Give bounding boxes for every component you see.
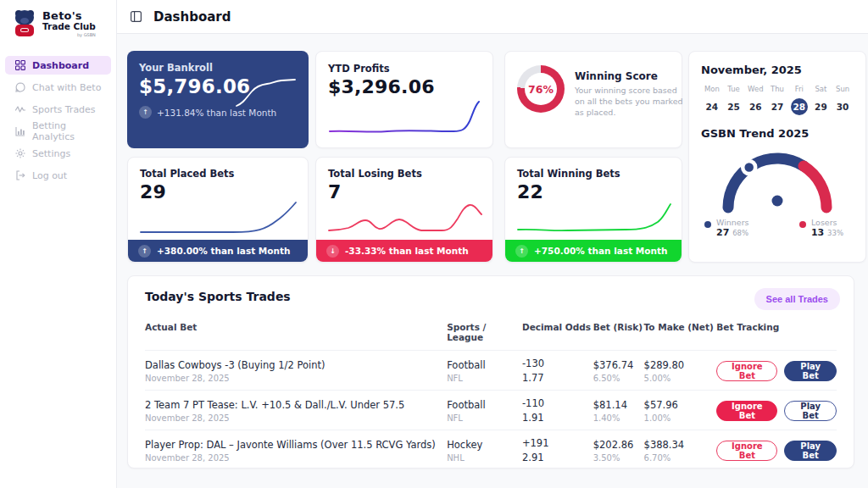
see-all-trades-button[interactable]: See all Trades [754, 288, 840, 310]
gauge-title: GSBN Trend 2025 [701, 127, 854, 140]
bet-league: NFL [447, 374, 522, 383]
winning-footer: ↑ +750.00% than last Month [505, 240, 682, 262]
losing-delta: -33.33% than last Month [345, 246, 469, 256]
bankroll-sparkline [234, 73, 298, 110]
bar-chart-icon [15, 126, 25, 136]
risk-amount: $376.74 [593, 359, 644, 371]
calendar-date[interactable]: 24 [701, 98, 723, 115]
sidebar-toggle-icon[interactable] [131, 11, 142, 22]
placed-footer: ↑ +380.00% than last Month [128, 240, 308, 262]
sidebar-item-label: Log out [32, 170, 67, 181]
risk-pct: 3.50% [593, 453, 644, 463]
losers-pct: 33% [827, 229, 843, 237]
bet-name: Dallas Cowboys -3 (Buying 1/2 Point) [145, 359, 438, 371]
calendar-date[interactable]: 30 [832, 98, 854, 115]
bet-sport: Football [447, 359, 522, 371]
losing-bets-card: Total Losing Bets 7 ↓ -33.33% than last … [315, 157, 493, 263]
calendar-dow: Mon [701, 85, 723, 93]
dashboard-icon [15, 60, 25, 70]
sidebar-item-dashboard[interactable]: Dashboard [5, 56, 111, 75]
play-bet-button[interactable]: Play Bet [784, 361, 837, 381]
bear-mascot-icon [12, 8, 37, 37]
col-bet-risk: Bet (Risk) [593, 322, 644, 342]
risk-amount: $81.14 [593, 399, 644, 411]
losing-sparkline [326, 194, 484, 236]
play-bet-button[interactable]: Play Bet [784, 401, 837, 421]
ignore-bet-button[interactable]: Ignore Bet [716, 401, 777, 421]
col-bet-tracking: Bet Tracking [716, 322, 837, 342]
winning-sparkline [515, 197, 673, 236]
bet-name: 2 Team 7 PT Tease: L.V. +10.5 & Dall./L.… [145, 399, 438, 411]
logo-subtitle: Trade Club [42, 21, 96, 31]
winning-delta: +750.00% than last Month [534, 246, 667, 256]
losing-footer: ↓ -33.33% than last Month [316, 240, 492, 262]
calendar-dow: Wed [744, 85, 766, 93]
winning-score-donut: 76% [517, 65, 565, 113]
play-bet-button[interactable]: Play Bet [784, 441, 837, 461]
winners-pct: 68% [732, 229, 748, 237]
up-arrow-icon: ↑ [138, 245, 151, 258]
top-header: Dashboard [117, 0, 868, 34]
sidebar-item-logout[interactable]: Log out [5, 166, 111, 185]
bet-date: November 28, 2025 [145, 413, 438, 423]
calendar-grid: Mon Tue Wed Thu Fri Sat Sun 24 25 26 27 … [701, 85, 854, 115]
trades-table-header: Actual Bet Sports / League Decimal Odds … [145, 322, 837, 350]
odds-american: +191 [522, 437, 593, 449]
ytd-sparkline [328, 95, 482, 139]
calendar-dow: Tue [723, 85, 745, 93]
logo-title: Beto's [42, 9, 96, 22]
net-amount: $388.34 [644, 439, 717, 451]
placed-sparkline [138, 197, 299, 236]
logo: Beto's Trade Club by GSBN [0, 0, 116, 44]
risk-pct: 6.50% [593, 374, 644, 383]
bet-sport: Hockey [447, 439, 522, 451]
gear-icon [15, 148, 25, 158]
risk-amount: $202.86 [593, 439, 644, 451]
calendar-date[interactable]: 27 [766, 98, 788, 115]
winners-label: Winners [716, 218, 749, 227]
table-row: Player Prop: DAL – Javonte Williams (Ove… [145, 430, 837, 469]
sidebar-item-chat[interactable]: Chat with Beto [5, 78, 111, 97]
bankroll-label: Your Bankroll [139, 62, 297, 74]
calendar-date[interactable]: 26 [744, 98, 766, 115]
losing-label: Total Losing Bets [328, 168, 481, 180]
winning-score-pct: 76% [528, 83, 554, 96]
odds-decimal: 2.91 [522, 452, 593, 463]
calendar-date[interactable]: 25 [723, 98, 745, 115]
sidebar-item-label: Sports Trades [32, 104, 96, 115]
winning-score-title: Winning Score [575, 70, 685, 82]
odds-decimal: 1.77 [522, 372, 593, 384]
up-arrow-icon: ↑ [139, 106, 152, 119]
net-amount: $289.80 [644, 359, 717, 371]
calendar-dow: Thu [766, 85, 788, 93]
table-row: Dallas Cowboys -3 (Buying 1/2 Point) Nov… [145, 350, 837, 390]
losers-label: Losers [811, 218, 843, 227]
bet-league: NHL [447, 453, 522, 463]
winning-bets-card: Total Winning Bets 22 ↑ +750.00% than la… [504, 157, 682, 263]
calendar-date-selected[interactable]: 28 [791, 98, 808, 115]
ignore-bet-button[interactable]: Ignore Bet [716, 441, 777, 461]
sidebar-item-label: Betting Analytics [32, 120, 111, 142]
sidebar-item-settings[interactable]: Settings [5, 144, 111, 163]
losers-dot-icon [799, 221, 806, 228]
ytd-label: YTD Profits [328, 63, 481, 75]
logo-byline: by GSBN [42, 32, 96, 37]
gauge-legend: Winners 27 68% Losers 13 33% [701, 218, 854, 238]
bet-date: November 28, 2025 [145, 374, 438, 383]
calendar-dow: Fri [788, 85, 810, 93]
legend-winners: Winners 27 68% [704, 218, 749, 238]
calendar-date[interactable]: 29 [810, 98, 832, 115]
sidebar-item-betting-analytics[interactable]: Betting Analytics [5, 122, 111, 141]
sidebar-item-sports-trades[interactable]: Sports Trades [5, 100, 111, 119]
odds-american: -110 [522, 397, 593, 409]
sidebar: Beto's Trade Club by GSBN Dashboard Chat… [0, 0, 117, 488]
placed-delta: +380.00% than last Month [157, 246, 290, 256]
up-arrow-icon: ↑ [515, 245, 528, 258]
winners-count: 27 [716, 227, 729, 238]
col-to-make-net: To Make (Net) [644, 322, 717, 342]
calendar-month: November, 2025 [701, 64, 854, 76]
ignore-bet-button[interactable]: Ignore Bet [716, 361, 777, 381]
net-pct: 6.70% [644, 453, 717, 463]
calendar-dow: Sat [810, 85, 832, 93]
table-row: 2 Team 7 PT Tease: L.V. +10.5 & Dall./L.… [145, 390, 837, 430]
